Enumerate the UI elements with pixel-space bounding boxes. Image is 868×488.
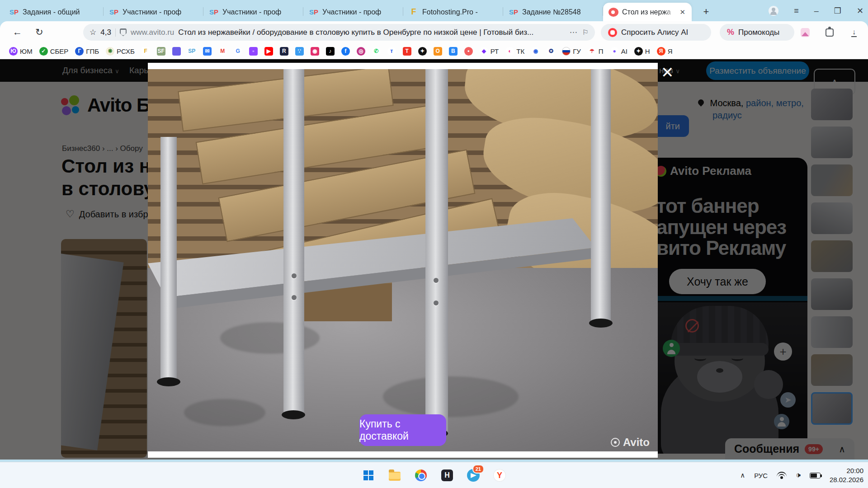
gosuslugi-icon[interactable]: ГУ bbox=[562, 47, 581, 56]
emblem-icon: ✪ bbox=[547, 47, 555, 56]
telegram-button[interactable]: 21 bbox=[464, 466, 482, 484]
time: 20:00 bbox=[830, 466, 863, 475]
chrome-button[interactable] bbox=[412, 466, 430, 484]
volume-icon[interactable]: 🕩 bbox=[796, 471, 801, 480]
r-app-icon[interactable]: R bbox=[280, 47, 288, 56]
camera-circle-icon[interactable]: ◎ bbox=[357, 47, 365, 56]
tab[interactable]: SPЗадание №28548 bbox=[503, 3, 603, 21]
buy-with-delivery-button[interactable]: Купить с доставкой bbox=[359, 414, 446, 446]
more-icon[interactable]: ⋯ bbox=[570, 28, 578, 37]
bookmark-label: СБЕР bbox=[50, 47, 69, 55]
browser-profile-avatar[interactable] bbox=[769, 6, 778, 16]
instagram-icon[interactable]: ◉ bbox=[311, 47, 319, 56]
ripple-icon[interactable]: ◉ bbox=[531, 47, 540, 56]
browser-toolbar: ← ↻ ☆ 4,3 www.avito.ru Стол из нержавейк… bbox=[0, 21, 868, 43]
windows-logo-icon bbox=[363, 470, 373, 480]
tab[interactable]: FFotohosting.Pro - bbox=[403, 3, 503, 21]
tab[interactable]: SPУчастники - проф bbox=[104, 3, 203, 21]
emblem-icon[interactable]: ✪ bbox=[547, 47, 555, 56]
twitch-icon[interactable]: ▫ bbox=[249, 47, 258, 56]
mail-icon[interactable]: ✉ bbox=[203, 47, 212, 56]
tk-icon[interactable]: ◐ТК bbox=[505, 47, 524, 56]
rt-icon[interactable]: ◆РТ bbox=[480, 47, 499, 56]
facebook-icon[interactable]: f bbox=[341, 47, 350, 56]
vk-icon[interactable]: В bbox=[449, 47, 458, 56]
browser-menu-icon[interactable]: ≡ bbox=[794, 7, 799, 15]
star-circle-icon[interactable]: ✦ bbox=[418, 47, 427, 56]
vk-icon: В bbox=[449, 47, 458, 56]
whatsapp-icon[interactable]: ✆ bbox=[372, 47, 381, 56]
window-maximize-button[interactable]: ❐ bbox=[834, 7, 841, 15]
purple-app-icon[interactable] bbox=[172, 47, 181, 56]
rating-star-icon[interactable]: ☆ bbox=[90, 28, 96, 37]
gazprombank-icon: Г bbox=[75, 47, 84, 56]
twitch-icon: ▫ bbox=[249, 47, 258, 56]
battery-icon[interactable] bbox=[810, 473, 821, 479]
address-bar[interactable]: ☆ 4,3 www.avito.ru Стол из нержавейки / … bbox=[83, 24, 595, 41]
google-icon[interactable]: G bbox=[234, 47, 242, 56]
promo-codes-button[interactable]: % Промокоды bbox=[720, 24, 794, 41]
sp-icon: SP bbox=[309, 7, 319, 17]
sf-icon[interactable]: SF bbox=[157, 47, 165, 56]
lightbox-close-icon[interactable]: ✕ bbox=[661, 65, 674, 80]
bookmark-label: ЮМ bbox=[20, 47, 33, 55]
tiktok-icon[interactable]: ♪ bbox=[326, 47, 335, 56]
tab[interactable]: SPЗадания - общий bbox=[4, 3, 104, 21]
extensions-puzzle-icon[interactable] bbox=[824, 27, 835, 38]
tab-close-icon[interactable]: ✕ bbox=[679, 8, 686, 16]
back-button[interactable]: ← bbox=[13, 27, 22, 38]
yoomoney-icon[interactable]: ЮЮМ bbox=[9, 47, 33, 56]
rshb-icon[interactable]: ❋РСХБ bbox=[106, 47, 135, 56]
yandex-icon[interactable]: ЯЯ bbox=[657, 47, 673, 56]
yandex-browser-button[interactable]: Y bbox=[491, 466, 509, 484]
h-app-button[interactable]: H bbox=[438, 466, 456, 484]
sber-icon[interactable]: ✓СБЕР bbox=[39, 47, 69, 56]
youtube-icon[interactable]: ▶ bbox=[264, 47, 273, 56]
tinkoff-icon[interactable]: Т bbox=[403, 47, 411, 56]
downloads-icon[interactable]: ↓ bbox=[849, 27, 859, 38]
n-circle-icon[interactable]: ✦Н bbox=[634, 47, 650, 56]
listing-photo-large[interactable] bbox=[148, 69, 658, 451]
reload-button[interactable]: ↻ bbox=[35, 27, 43, 38]
start-button[interactable] bbox=[359, 466, 377, 484]
screenshot-icon[interactable] bbox=[800, 27, 811, 38]
umbrella-icon[interactable]: ☂П bbox=[588, 47, 604, 56]
language-indicator[interactable]: РУС bbox=[754, 472, 768, 479]
tab-active[interactable]: Стол из нержа✕ bbox=[603, 3, 692, 21]
bookmark-flag-icon[interactable]: ⚐ bbox=[582, 28, 589, 37]
bookmark-label: ГПБ bbox=[86, 47, 99, 55]
tray-expand-icon[interactable]: ∧ bbox=[740, 471, 745, 479]
ripple-icon: ◉ bbox=[531, 47, 540, 56]
wifi-icon[interactable] bbox=[777, 472, 787, 479]
sp-icon[interactable]: SP bbox=[188, 47, 196, 56]
ok-icon: О bbox=[434, 47, 442, 56]
alice-label: Спросить Алису AI bbox=[621, 28, 688, 37]
file-explorer-button[interactable] bbox=[386, 466, 404, 484]
whatsapp-icon: ✆ bbox=[372, 47, 381, 56]
window-controls: ≡ – ❐ ✕ bbox=[769, 0, 863, 21]
fotohosting-icon[interactable]: F bbox=[142, 47, 150, 56]
alice-ai-button[interactable]: Спросить Алису AI bbox=[601, 24, 711, 41]
url-page-title: Стол из нержавейки / оборудование в стол… bbox=[178, 28, 565, 37]
gazprombank-icon[interactable]: ГГПБ bbox=[75, 47, 99, 56]
red-dot-icon[interactable]: • bbox=[464, 47, 473, 56]
tab[interactable]: SPУчастники - проф bbox=[203, 3, 303, 21]
ok-icon[interactable]: О bbox=[434, 47, 442, 56]
clock[interactable]: 20:00 28.02.2026 bbox=[830, 466, 863, 485]
url-domain[interactable]: www.avito.ru bbox=[131, 28, 174, 37]
purple-app-icon bbox=[172, 47, 181, 56]
tab-label: Задания - общий bbox=[23, 8, 98, 16]
gmail-icon[interactable]: M bbox=[218, 47, 227, 56]
bookmark-label: ГУ bbox=[573, 47, 581, 55]
alice-icon[interactable]: ●AI bbox=[610, 47, 627, 56]
tab-label: Стол из нержа bbox=[622, 8, 675, 16]
window-minimize-button[interactable]: – bbox=[814, 7, 819, 15]
blue-dots-icon[interactable]: ∵ bbox=[295, 47, 304, 56]
t-letter-icon[interactable]: т bbox=[387, 47, 396, 56]
window-close-button[interactable]: ✕ bbox=[857, 7, 863, 15]
security-shield-icon[interactable] bbox=[120, 28, 127, 36]
yoomoney-icon: Ю bbox=[9, 47, 18, 56]
rt-icon: ◆ bbox=[480, 47, 488, 56]
new-tab-button[interactable]: + bbox=[699, 5, 713, 19]
tab[interactable]: SPУчастники - проф bbox=[303, 3, 403, 21]
